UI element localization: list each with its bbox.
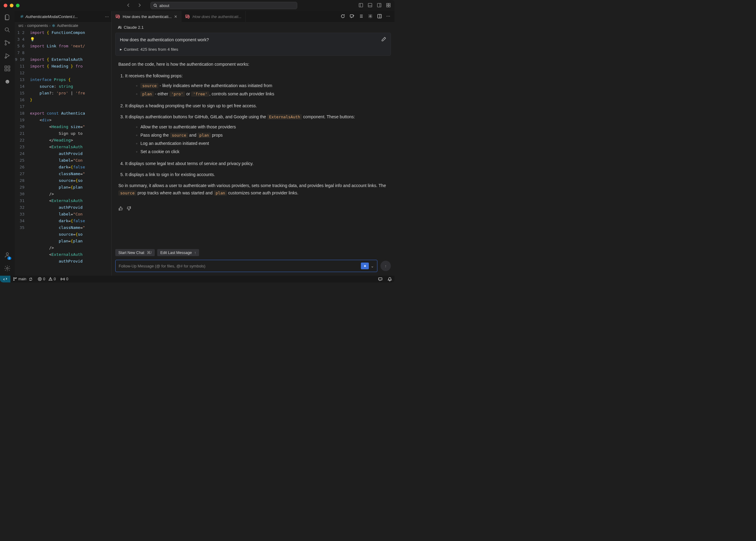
sparkle-button[interactable]: ✦ [361, 263, 369, 269]
search-icon[interactable] [4, 26, 11, 34]
svg-point-12 [5, 57, 6, 58]
close-tab-icon[interactable]: ✕ [174, 14, 177, 19]
activity-bar: ☻ 2 [0, 11, 15, 276]
ports[interactable]: 0 [58, 277, 71, 281]
new-chat-icon[interactable] [350, 14, 354, 20]
svg-rect-16 [8, 66, 10, 68]
answer-li5: It displays a link to sign in for existi… [125, 171, 388, 178]
explorer-icon[interactable] [4, 13, 11, 21]
command-center-search[interactable]: about [150, 2, 297, 9]
problems[interactable]: 0 0 [35, 277, 58, 281]
cody-icon[interactable]: ☻ [4, 78, 11, 85]
notifications-icon[interactable] [385, 277, 395, 281]
assistant-answer: Based on the code, here is how the authe… [112, 56, 395, 206]
code-content: import { FunctionCompon 💡 import Link fr… [30, 29, 111, 276]
editor-tab-label: AuthenticateModalContent.t... [25, 14, 78, 19]
minimize-window[interactable] [10, 4, 13, 7]
followup-placeholder: Follow-Up Message (@ for files, @# for s… [119, 264, 206, 269]
user-question-block: How does the authentication component wo… [115, 33, 391, 56]
edit-last-message-button[interactable]: Edit Last Message ↑ [157, 249, 199, 256]
user-question-text: How does the authentication component wo… [120, 37, 209, 42]
chat-icon [185, 14, 190, 19]
run-debug-icon[interactable] [4, 52, 11, 59]
search-icon [153, 3, 157, 8]
thumbs-down-icon[interactable] [126, 206, 131, 212]
chevron-down-icon[interactable]: ⌄ [371, 264, 374, 269]
layout-right-icon[interactable] [377, 3, 382, 9]
svg-rect-1 [359, 3, 363, 7]
answer-li4: It displays some legal text about terms … [125, 160, 388, 167]
reload-icon[interactable] [340, 14, 345, 20]
extensions-icon[interactable] [4, 65, 11, 72]
send-button[interactable]: ↑ [380, 261, 391, 271]
close-window[interactable] [4, 4, 7, 7]
source-control-icon[interactable] [4, 39, 11, 46]
list-icon[interactable] [359, 14, 364, 20]
context-text: Context: 425 lines from 4 files [124, 47, 178, 52]
svg-point-10 [5, 44, 6, 45]
titlebar: about [0, 0, 395, 11]
svg-rect-2 [368, 3, 372, 7]
layout-left-icon[interactable] [358, 3, 363, 9]
nav-forward-icon[interactable] [137, 3, 142, 9]
accounts-icon[interactable]: 2 [4, 252, 11, 259]
answer-li1: It receives the following props: source … [125, 72, 388, 98]
gear-icon[interactable] [368, 14, 373, 20]
svg-point-8 [5, 28, 9, 31]
breadcrumb-components: components [27, 24, 48, 28]
model-indicator: A\ Claude 2.1 [112, 22, 395, 31]
statusbar: main 0 0 0 [0, 276, 395, 282]
svg-rect-15 [8, 69, 10, 71]
account-badge: 2 [7, 257, 11, 260]
editor-tab-authenticate[interactable]: ⚛ AuthenticateModalContent.t... [17, 11, 80, 22]
answer-intro: Based on the code, here is how the authe… [118, 61, 388, 68]
breadcrumb-file: Authenticate [57, 24, 78, 28]
nav-back-icon[interactable] [126, 3, 131, 9]
layout-bottom-icon[interactable] [368, 3, 372, 9]
maximize-window[interactable] [16, 4, 20, 7]
breadcrumb[interactable]: src › components › ⚛ Authenticate [15, 22, 111, 29]
chat-tab-active[interactable]: How does the authenticati... ✕ [112, 11, 181, 22]
chat-column: How does the authenticati... ✕ How does … [112, 11, 395, 276]
answer-li3: It displays authentication buttons for G… [125, 113, 388, 156]
code-editor[interactable]: 1 2 3 4 5 6 7 8 9 10 11 12 13 14 15 16 1… [15, 29, 111, 276]
git-branch[interactable]: main [10, 277, 35, 281]
line-gutter: 1 2 3 4 5 6 7 8 9 10 11 12 13 14 15 16 1… [15, 29, 30, 276]
layout-customize-icon[interactable] [386, 3, 391, 9]
more-icon[interactable]: ⋯ [386, 14, 390, 20]
remote-indicator[interactable] [0, 276, 10, 282]
editor-tab-more-icon[interactable]: ⋯ [105, 14, 109, 19]
chat-tab-label: How does the authenticati... [192, 14, 241, 19]
window-controls [4, 4, 20, 7]
settings-gear-icon[interactable] [4, 265, 11, 272]
answer-summary: So in summary, it allows a user to authe… [118, 182, 388, 197]
start-new-chat-button[interactable]: Start New Chat ⌘/ [115, 249, 155, 256]
svg-point-0 [154, 4, 156, 6]
split-right-icon[interactable] [377, 14, 382, 20]
svg-point-22 [13, 277, 14, 278]
svg-point-18 [6, 268, 8, 269]
chat-tab-inactive[interactable]: How does the authenticati... [181, 11, 245, 22]
svg-point-9 [5, 40, 6, 42]
feedback-icon[interactable] [376, 277, 385, 281]
svg-rect-14 [5, 69, 7, 71]
chat-toolbar: ⋯ [340, 14, 395, 20]
svg-rect-19 [350, 15, 353, 17]
nav-arrows [126, 3, 142, 9]
followup-input[interactable]: Follow-Up Message (@ for files, @# for s… [115, 260, 377, 272]
model-name: Claude 2.1 [124, 25, 144, 30]
svg-rect-4 [387, 3, 388, 5]
breadcrumb-src: src [18, 24, 24, 28]
chat-body: A\ Claude 2.1 How does the authenticatio… [112, 22, 395, 248]
chat-tab-label: How does the authenticati... [123, 14, 172, 19]
context-toggle[interactable]: ▸ Context: 425 lines from 4 files [120, 47, 386, 52]
edit-icon[interactable] [381, 37, 386, 43]
thumbs-up-icon[interactable] [118, 206, 123, 212]
svg-point-17 [6, 253, 8, 255]
anthropic-icon: A\ [118, 25, 121, 30]
action-row: Start New Chat ⌘/ Edit Last Message ↑ [112, 248, 395, 258]
svg-point-23 [13, 280, 14, 280]
sync-icon[interactable] [29, 277, 33, 281]
svg-point-26 [63, 279, 63, 279]
chat-icon [115, 14, 120, 19]
